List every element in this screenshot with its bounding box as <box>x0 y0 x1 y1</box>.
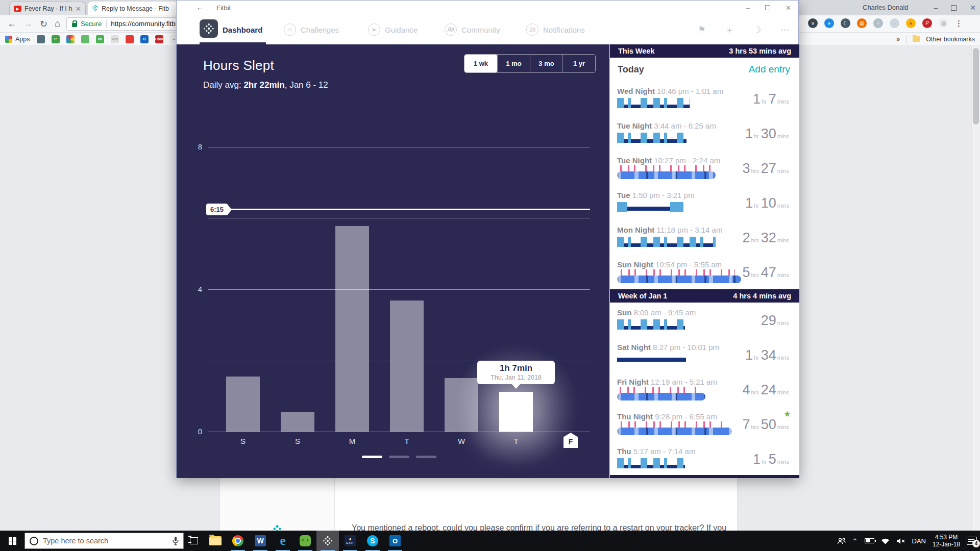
sleep-bar[interactable] <box>390 300 424 432</box>
tab-community[interactable]: Community <box>445 15 500 44</box>
globe-extension-icon[interactable]: ● <box>824 18 834 28</box>
sleep-pattern-bar <box>617 421 732 435</box>
sleep-entry-row[interactable]: Sun 8:09 am - 9:45 am29mins <box>610 303 799 337</box>
tab-challenges[interactable]: ☆ Challenges <box>284 15 339 44</box>
browser-scrollbar[interactable] <box>971 46 980 531</box>
outlook-bookmark-icon[interactable]: O <box>140 35 149 43</box>
scrollbar-thumb[interactable] <box>973 48 979 124</box>
page-indicator[interactable] <box>416 456 436 458</box>
minimize-icon[interactable]: – <box>746 4 750 12</box>
entry-name: Wed Night <box>617 87 655 95</box>
pocket-extension-icon[interactable]: v <box>808 18 818 28</box>
task-view-button[interactable] <box>184 531 204 551</box>
tray-expand-icon[interactable]: ⌃ <box>852 537 858 545</box>
exit-app-app-icon[interactable]: ✦EXIT <box>339 531 361 551</box>
ring-extension-icon[interactable]: ◌ <box>890 18 899 28</box>
sleep-bar[interactable] <box>335 226 369 432</box>
start-button[interactable] <box>0 531 24 551</box>
cookie-extension-icon[interactable]: ● <box>906 18 916 28</box>
sleep-chart-plot[interactable]: 8406:15SSMTWTF1h 7minThu, Jan 11, 2018 <box>177 44 609 478</box>
sleep-entry-row[interactable]: Thu Night 9:28 pm - 6:55 am7hrs50mins★ <box>610 407 799 441</box>
cnn-bookmark-icon[interactable]: CNN <box>155 35 163 43</box>
tab-guidance[interactable]: ➤ Guidance <box>368 15 418 44</box>
fitbit-app-icon[interactable] <box>316 531 339 551</box>
wifi-icon[interactable] <box>881 538 890 544</box>
edge-app-icon[interactable]: e <box>272 531 294 551</box>
browser-tab-youtube[interactable]: ▶ Fever Ray - If I had a hea ✕ <box>9 2 86 15</box>
leaf-bookmark-icon[interactable] <box>81 35 89 43</box>
apps-label[interactable]: Apps <box>15 36 30 43</box>
battery-icon[interactable] <box>865 538 874 543</box>
minimize-icon[interactable]: – <box>934 4 938 12</box>
page-indicator[interactable] <box>362 456 382 458</box>
taskbar-search-box[interactable]: Type here to search <box>24 533 184 549</box>
sleep-entry-row[interactable]: Sun Night 10:54 pm - 5:55 am5hrs47mins <box>610 255 799 289</box>
sleep-goal-badge[interactable]: 6:15 <box>206 204 228 215</box>
back-arrow-icon[interactable]: ← <box>196 3 204 12</box>
sleep-entry-row[interactable]: Thu 5:17 am - 7:14 am1hr5mins <box>610 441 799 476</box>
reload-icon[interactable]: ↻ <box>40 18 47 30</box>
xda-bookmark-icon[interactable]: xda <box>111 35 119 43</box>
bookmarks-overflow-icon[interactable]: » <box>896 36 900 43</box>
skype-app-icon[interactable]: S <box>361 531 384 551</box>
pin-icon[interactable]: ⚑ <box>698 24 706 35</box>
tab-close-icon[interactable]: ✕ <box>76 5 81 13</box>
sleep-bar[interactable] <box>499 392 533 432</box>
apps-grid-icon[interactable] <box>5 36 12 43</box>
sleep-entry-row[interactable]: Wed Night 10:46 pm - 1:01 am1hr7mins <box>610 81 799 116</box>
word-app-icon[interactable]: W <box>249 531 272 551</box>
browser-profile-name[interactable]: Charles Donald <box>863 4 909 11</box>
sleep-entry-row[interactable]: Fri Night 12:19 am - 5:21 am4hrs24mins <box>610 372 799 407</box>
dark-mode-extension-icon[interactable]: ☾ <box>841 18 850 28</box>
ck-bookmark-icon[interactable]: ck <box>96 35 104 43</box>
page-indicator[interactable] <box>389 456 409 458</box>
browser-menu-icon[interactable]: ⋮ <box>955 19 963 28</box>
sleep-entry-row[interactable]: Tue 1:50 pm - 3:21 pm1hr10mins <box>610 185 799 220</box>
taskbar-clock[interactable]: 4:53 PM 12-Jan-18 <box>933 534 960 548</box>
sleep-bar[interactable] <box>281 412 314 432</box>
green-p-bookmark-icon[interactable]: P <box>52 35 60 43</box>
file-explorer-app-icon[interactable] <box>204 531 227 551</box>
other-bookmarks-label[interactable]: Other bookmarks <box>926 36 975 43</box>
chrome-app-icon[interactable] <box>227 531 249 551</box>
browser-tab-fitbit-community[interactable]: Reply to Message - Fitb <box>88 2 185 15</box>
printer-bookmark-icon[interactable] <box>37 35 45 43</box>
back-icon[interactable]: ← <box>7 18 16 29</box>
add-entry-link[interactable]: Add entry <box>749 64 790 75</box>
restore-icon[interactable] <box>951 5 957 11</box>
sleep-entry-row[interactable]: Sat Night 8:27 pm - 10:01 pm1hr34mins <box>610 337 799 372</box>
pinwheel-bookmark-icon[interactable] <box>66 35 75 43</box>
volume-muted-icon[interactable] <box>896 538 905 544</box>
url-text[interactable]: https://community.fitbit.c <box>111 20 184 28</box>
green-character-app-app-icon[interactable] <box>294 531 316 551</box>
moon-icon[interactable]: ☽ <box>753 24 761 35</box>
more-menu-icon[interactable]: ⋯ <box>780 24 789 35</box>
maximize-icon[interactable] <box>765 5 770 10</box>
pen-bookmark-icon[interactable] <box>126 35 134 43</box>
close-icon[interactable]: ✕ <box>970 4 976 12</box>
orange-extension-icon[interactable]: ▦ <box>857 18 867 28</box>
pdf-extension-icon[interactable]: ▨ <box>939 18 948 28</box>
entry-time-range: 3:44 am - 6:25 am <box>652 121 716 130</box>
add-icon[interactable]: ＋ <box>725 24 734 36</box>
microphone-icon[interactable] <box>173 536 179 545</box>
home-icon[interactable]: ⌂ <box>55 18 60 29</box>
sleep-bar[interactable] <box>445 378 478 432</box>
outlook-app-icon[interactable]: O <box>384 531 406 551</box>
pinterest-extension-icon[interactable]: P <box>922 18 932 28</box>
language-indicator[interactable]: DAN <box>912 537 926 545</box>
sleep-bar[interactable] <box>226 377 260 432</box>
close-icon[interactable]: ✕ <box>786 4 791 12</box>
tab-notifications[interactable]: 28 Notifications <box>526 15 585 44</box>
share-extension-icon[interactable]: ⑂ <box>873 18 883 28</box>
sleep-entry-row[interactable]: Tue Night 10:27 pm - 2:24 am3hrs27mins <box>610 151 799 185</box>
duration-unit: mins <box>777 459 789 465</box>
tab-dashboard[interactable]: Dashboard <box>223 15 262 44</box>
entry-name: Sun Night <box>617 260 653 269</box>
action-center-icon[interactable]: 4 <box>967 537 977 545</box>
forward-icon[interactable]: → <box>23 18 33 29</box>
people-tray-icon[interactable] <box>837 538 846 544</box>
sleep-entry-row[interactable]: Tue Night 3:44 am - 6:25 am1hr30mins <box>610 116 799 151</box>
fitbit-logo-tile[interactable] <box>200 19 218 38</box>
sleep-entry-row[interactable]: Mon Night 11:18 pm - 3:14 am2hrs32mins <box>610 220 799 255</box>
